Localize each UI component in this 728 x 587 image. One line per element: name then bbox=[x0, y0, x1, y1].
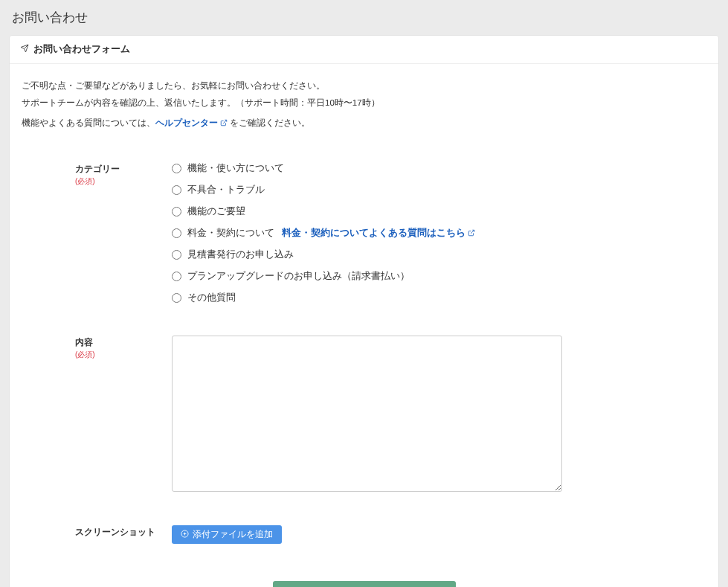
help-center-link-text: ヘルプセンター bbox=[155, 118, 218, 127]
category-option[interactable]: 機能のご要望 bbox=[172, 205, 653, 218]
category-label-col: カテゴリー (必須) bbox=[75, 162, 172, 187]
intro-line3b: をご確認ください。 bbox=[228, 118, 310, 127]
intro-line3a: 機能やよくある質問については、 bbox=[22, 118, 155, 127]
paper-plane-icon bbox=[20, 44, 29, 55]
category-option[interactable]: その他質問 bbox=[172, 292, 653, 304]
contact-card: お問い合わせフォーム ご不明な点・ご要望などがありましたら、お気軽にお問い合わせ… bbox=[9, 35, 719, 587]
category-radio[interactable] bbox=[172, 164, 181, 173]
intro-help: 機能やよくある質問については、ヘルプセンター をご確認ください。 bbox=[22, 115, 706, 132]
category-option-label: 料金・契約について bbox=[187, 227, 274, 240]
attach-file-button[interactable]: 添付ファイルを追加 bbox=[172, 525, 282, 544]
screenshot-label: スクリーンショット bbox=[75, 527, 172, 538]
category-radio[interactable] bbox=[172, 228, 181, 238]
category-option-label: 機能のご要望 bbox=[187, 205, 245, 218]
category-option[interactable]: 機能・使い方について bbox=[172, 162, 653, 175]
category-option-label: その他質問 bbox=[187, 292, 236, 304]
category-option[interactable]: 見積書発行のお申し込み bbox=[172, 248, 653, 261]
category-option[interactable]: 不具合・トラブル bbox=[172, 184, 653, 196]
category-options: 機能・使い方について 不具合・トラブル 機能のご要望 料金・契約について 料金・… bbox=[172, 162, 653, 304]
billing-faq-link-text: 料金・契約についてよくある質問はこちら bbox=[282, 228, 466, 238]
category-option-label: 機能・使い方について bbox=[187, 162, 284, 175]
required-badge: (必須) bbox=[75, 177, 95, 185]
svg-line-1 bbox=[471, 230, 475, 234]
category-radio[interactable] bbox=[172, 272, 181, 281]
category-option-label: 不具合・トラブル bbox=[187, 184, 265, 196]
intro-line2: サポートチームが内容を確認の上、返信いたします。（サポート時間：平日10時〜17… bbox=[22, 98, 380, 107]
category-radio[interactable] bbox=[172, 185, 181, 195]
category-radio[interactable] bbox=[172, 293, 181, 303]
card-header: お問い合わせフォーム bbox=[10, 36, 718, 64]
intro-text: ご不明な点・ご要望などがありましたら、お気軽にお問い合わせください。 サポートチ… bbox=[22, 77, 706, 112]
form-row-screenshot: スクリーンショット 添付ファイルを追加 bbox=[22, 525, 706, 544]
content-input-col bbox=[172, 336, 653, 494]
card-header-title: お問い合わせフォーム bbox=[33, 43, 130, 56]
content-textarea[interactable] bbox=[172, 336, 562, 492]
attach-button-label: 添付ファイルを追加 bbox=[193, 529, 273, 540]
form-row-category: カテゴリー (必須) 機能・使い方について 不具合・トラブル 機能のご要望 bbox=[22, 162, 706, 304]
screenshot-input-col: 添付ファイルを追加 bbox=[172, 525, 653, 544]
category-option[interactable]: プランアップグレードのお申し込み（請求書払い） bbox=[172, 270, 653, 283]
required-badge: (必須) bbox=[75, 350, 95, 359]
category-option-label: プランアップグレードのお申し込み（請求書払い） bbox=[187, 270, 410, 283]
page-title: お問い合わせ bbox=[9, 9, 719, 26]
form-row-content: 内容 (必須) bbox=[22, 336, 706, 494]
submit-button[interactable]: 送信する bbox=[273, 581, 456, 587]
card-body: ご不明な点・ご要望などがありましたら、お気軽にお問い合わせください。 サポートチ… bbox=[10, 64, 718, 587]
screenshot-label-col: スクリーンショット bbox=[75, 525, 172, 538]
svg-line-0 bbox=[223, 120, 227, 124]
billing-faq-link[interactable]: 料金・契約についてよくある質問はこちら bbox=[282, 227, 475, 240]
category-option-label: 見積書発行のお申し込み bbox=[187, 248, 294, 261]
category-label: カテゴリー bbox=[75, 164, 172, 175]
external-link-icon bbox=[220, 115, 228, 132]
submit-row: 送信する bbox=[22, 581, 706, 587]
content-label-col: 内容 (必須) bbox=[75, 336, 172, 360]
external-link-icon bbox=[468, 228, 475, 239]
category-radio[interactable] bbox=[172, 250, 181, 260]
category-radio[interactable] bbox=[172, 207, 181, 216]
content-label: 内容 bbox=[75, 337, 172, 348]
help-center-link[interactable]: ヘルプセンター bbox=[155, 118, 228, 127]
plus-circle-icon bbox=[181, 530, 189, 539]
category-option[interactable]: 料金・契約について 料金・契約についてよくある質問はこちら bbox=[172, 227, 653, 240]
intro-line1: ご不明な点・ご要望などがありましたら、お気軽にお問い合わせください。 bbox=[22, 81, 325, 90]
